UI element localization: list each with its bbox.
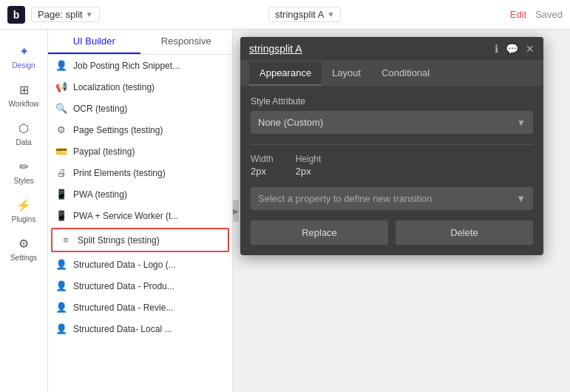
sidebar-item-workflow[interactable]: ⊞ Workflow <box>0 75 47 114</box>
tab-bar: UI Builder Responsive <box>48 30 232 55</box>
style-attribute-value: None (Custom) <box>258 117 323 128</box>
topbar: b Page: split ▼ stringsplit A ▼ Edit Sav… <box>0 0 570 30</box>
sidebar-item-plugins[interactable]: ⚡ Plugins <box>0 191 47 229</box>
delete-button[interactable]: Delete <box>396 220 533 245</box>
modal-tab-conditional[interactable]: Conditional <box>371 61 440 86</box>
page-selector[interactable]: Page: split ▼ <box>31 7 100 22</box>
modal-actions: Replace Delete <box>251 220 533 245</box>
plugins-icon: ⚡ <box>16 197 32 213</box>
transition-select[interactable]: Select a property to define new transiti… <box>251 187 533 210</box>
saved-status: Saved <box>535 9 563 20</box>
width-field: Width 2px <box>251 154 274 177</box>
width-value[interactable]: 2px <box>251 166 274 177</box>
modal-panel: stringsplit A ℹ 💬 ✕ Appearance Layout Co… <box>240 37 543 255</box>
list-item-split-strings[interactable]: ≡ Split Strings (testing) <box>51 228 229 252</box>
style-attribute-label: Style Attribute <box>251 96 533 107</box>
icon-sidebar: ✦ Design ⊞ Workflow ⬡ Data ✏ Styles ⚡ Pl… <box>0 30 48 392</box>
list-item[interactable]: 📱 PWA + Service Worker (t... <box>48 205 232 226</box>
styles-icon: ✏ <box>16 158 32 175</box>
sidebar-item-styles[interactable]: ✏ Styles <box>0 152 47 191</box>
plugin-icon: 👤 <box>55 302 67 313</box>
modal-header: stringsplit A ℹ 💬 ✕ <box>240 37 543 61</box>
plugin-list: 👤 Job Posting Rich Snippet... 📢 Localiza… <box>48 55 232 392</box>
workflow-icon: ⊞ <box>16 81 32 98</box>
plugin-icon: ≡ <box>60 234 72 246</box>
list-item[interactable]: 👤 Structured Data- Local ... <box>48 318 232 339</box>
main-layout: ✦ Design ⊞ Workflow ⬡ Data ✏ Styles ⚡ Pl… <box>0 30 570 392</box>
plugin-icon: ⚙ <box>55 124 67 135</box>
list-item[interactable]: 👤 Structured Data - Logo (... <box>48 254 232 275</box>
list-item[interactable]: 📱 PWA (testing) <box>48 183 232 205</box>
style-attribute-arrow-icon: ▼ <box>517 118 526 128</box>
sidebar-item-settings[interactable]: ⚙ Settings <box>0 229 47 268</box>
editor-panel: ▶ stringsplit A ℹ 💬 ✕ Appearance Layout … <box>233 30 570 392</box>
info-icon[interactable]: ℹ <box>495 43 498 55</box>
edit-button[interactable]: Edit <box>510 9 526 20</box>
workflow-label: stringsplit A <box>275 9 324 20</box>
modal-tabs: Appearance Layout Conditional <box>240 61 543 86</box>
modal-tab-appearance[interactable]: Appearance <box>249 61 322 86</box>
plugin-icon: 📱 <box>55 210 67 221</box>
width-label: Width <box>251 154 274 164</box>
modal-body: Style Attribute None (Custom) ▼ Width 2p… <box>240 86 543 255</box>
workflow-arrow-icon: ▼ <box>327 10 334 18</box>
modal-tab-layout[interactable]: Layout <box>322 61 371 86</box>
style-attribute-select[interactable]: None (Custom) ▼ <box>251 111 533 134</box>
transition-placeholder: Select a property to define new transiti… <box>258 193 432 204</box>
page-arrow-icon: ▼ <box>86 10 93 18</box>
design-icon: ✦ <box>16 43 32 59</box>
plugin-icon: 🖨 <box>55 167 67 178</box>
close-icon[interactable]: ✕ <box>526 43 535 55</box>
list-item[interactable]: 👤 Job Posting Rich Snippet... <box>48 55 232 76</box>
modal-header-icons: ℹ 💬 ✕ <box>495 43 535 55</box>
comment-icon[interactable]: 💬 <box>506 43 518 55</box>
tab-ui-builder[interactable]: UI Builder <box>48 30 140 54</box>
plugin-icon: 👤 <box>55 280 67 291</box>
list-item[interactable]: ⚙ Page Settings (testing) <box>48 119 232 141</box>
list-item[interactable]: 💳 Paypal (testing) <box>48 141 232 162</box>
list-item[interactable]: 👤 Structured Data - Produ... <box>48 275 232 297</box>
plugin-icon: 👤 <box>55 323 67 334</box>
modal-title: stringsplit A <box>249 43 302 55</box>
modal-divider <box>251 144 533 145</box>
sidebar-item-design[interactable]: ✦ Design <box>0 37 47 75</box>
plugin-icon: 👤 <box>55 60 67 71</box>
settings-icon: ⚙ <box>16 235 32 251</box>
modal-dimensions: Width 2px Height 2px <box>251 154 533 177</box>
sidebar-item-data[interactable]: ⬡ Data <box>0 114 47 152</box>
transition-arrow-icon: ▼ <box>516 193 526 204</box>
plugin-panel: UI Builder Responsive 👤 Job Posting Rich… <box>48 30 233 392</box>
workflow-selector[interactable]: stringsplit A ▼ <box>268 7 341 22</box>
list-item[interactable]: 🔍 OCR (testing) <box>48 98 232 119</box>
replace-button[interactable]: Replace <box>251 220 388 245</box>
app-logo: b <box>7 6 25 24</box>
topbar-actions: Edit Saved <box>510 9 563 20</box>
plugin-icon: 🔍 <box>55 103 67 114</box>
plugin-icon: 📢 <box>55 81 67 92</box>
height-value[interactable]: 2px <box>296 166 322 177</box>
plugin-icon: 👤 <box>55 259 67 270</box>
list-item[interactable]: 📢 Localization (testing) <box>48 76 232 98</box>
plugin-icon: 📱 <box>55 189 67 200</box>
resize-handle[interactable]: ▶ <box>233 200 239 222</box>
tab-responsive[interactable]: Responsive <box>140 30 233 54</box>
list-item[interactable]: 🖨 Print Elements (testing) <box>48 162 232 183</box>
plugin-icon: 💳 <box>55 146 67 157</box>
height-label: Height <box>296 154 322 164</box>
data-icon: ⬡ <box>16 120 32 136</box>
page-label: Page: split <box>38 9 83 20</box>
height-field: Height 2px <box>296 154 322 177</box>
list-item[interactable]: 👤 Structured Data - Revie... <box>48 297 232 318</box>
